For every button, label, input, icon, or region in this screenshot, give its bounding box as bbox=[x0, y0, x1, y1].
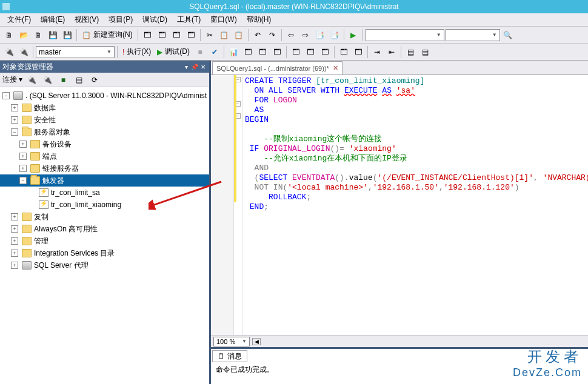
close-icon[interactable]: ✕ bbox=[199, 63, 207, 70]
expand-icon[interactable]: + bbox=[11, 262, 18, 269]
tb-icon-2[interactable]: 🗔 bbox=[155, 28, 169, 42]
sql3-icon[interactable]: 🗔 bbox=[256, 45, 269, 59]
sql4-icon[interactable]: 🗔 bbox=[270, 45, 284, 59]
debug-button[interactable]: ▶ 调试(D) bbox=[155, 47, 192, 57]
tree-triggers[interactable]: − 触发器 bbox=[0, 174, 209, 187]
expand-icon[interactable]: + bbox=[19, 153, 27, 160]
expand-icon[interactable]: + bbox=[11, 237, 18, 245]
tree-management[interactable]: + 管理 bbox=[0, 235, 209, 247]
app-icon bbox=[2, 3, 10, 10]
tree-root[interactable]: − . (SQL Server 11.0.3000 - WIN-RLNC832D… bbox=[0, 90, 209, 102]
parse-icon[interactable]: ✔ bbox=[208, 45, 221, 59]
tree-replication[interactable]: + 复制 bbox=[0, 211, 209, 223]
menu-edit[interactable]: 编辑(E) bbox=[36, 13, 70, 26]
folder-icon bbox=[22, 213, 32, 221]
nav-list2-icon[interactable]: 📑 bbox=[328, 28, 341, 42]
cut-icon[interactable]: ✂ bbox=[203, 28, 216, 42]
tree-endpoints[interactable]: + 端点 bbox=[0, 150, 209, 162]
redo-icon[interactable]: ↷ bbox=[266, 28, 279, 42]
menu-file[interactable]: 文件(F) bbox=[2, 13, 36, 26]
conn2-icon[interactable]: 🔌 bbox=[17, 45, 30, 59]
menu-debug[interactable]: 调试(D) bbox=[138, 13, 172, 26]
find-icon[interactable]: 🔍 bbox=[501, 28, 515, 42]
refresh-icon[interactable]: ⟳ bbox=[88, 73, 101, 87]
database-combo[interactable]: master ▼ bbox=[36, 46, 115, 58]
code-content[interactable]: CREATE TRIGGER [tr_con_limit_xiaoming] O… bbox=[242, 75, 588, 335]
title-bar: SQLQuery1.sql - (local).master (WIN-RLNC… bbox=[0, 0, 588, 13]
new-query-button[interactable]: 📋 新建查询(N) bbox=[79, 30, 135, 40]
tree-sql-agent[interactable]: + SQL Server 代理 bbox=[0, 259, 209, 271]
editor-tab[interactable]: SQLQuery1.sql - (...dministrator (69))* … bbox=[212, 61, 342, 74]
sql2-icon[interactable]: 🗔 bbox=[241, 45, 255, 59]
tree-alwayson[interactable]: + AlwaysOn 高可用性 bbox=[0, 223, 209, 235]
zoom-combo[interactable]: 100 % ▼ bbox=[213, 337, 250, 346]
stop-icon[interactable]: ■ bbox=[193, 45, 207, 59]
filter-icon[interactable]: ▤ bbox=[72, 73, 85, 87]
sql9-icon[interactable]: 🗔 bbox=[352, 45, 365, 59]
tree-trigger-2[interactable]: tr_con_limit_xiaoming bbox=[0, 199, 209, 211]
tree-linked-servers[interactable]: + 链接服务器 bbox=[0, 162, 209, 174]
tb-icon-3[interactable]: 🗔 bbox=[170, 28, 183, 42]
code-editor[interactable]: − − − CREATE TRIGGER [tr_con_limit_xiaom… bbox=[211, 75, 588, 335]
tree-trigger-1[interactable]: tr_con_limit_sa bbox=[0, 187, 209, 199]
sql6-icon[interactable]: 🗔 bbox=[304, 45, 317, 59]
save-all-icon[interactable]: 💾 bbox=[61, 28, 74, 42]
sql8-icon[interactable]: 🗔 bbox=[337, 45, 350, 59]
tree-security[interactable]: + 安全性 bbox=[0, 114, 209, 126]
pin-icon[interactable]: 📌 bbox=[191, 63, 198, 70]
uncomment-icon[interactable]: ▤ bbox=[418, 45, 432, 59]
indent-icon[interactable]: ⇥ bbox=[370, 45, 384, 59]
collapse-icon[interactable]: − bbox=[11, 128, 18, 136]
tree-is-catalog[interactable]: + Integration Services 目录 bbox=[0, 247, 209, 259]
object-explorer-tree[interactable]: − . (SQL Server 11.0.3000 - WIN-RLNC832D… bbox=[0, 87, 209, 384]
nav-list-icon[interactable]: 📑 bbox=[313, 28, 327, 42]
messages-tab[interactable]: 🗒 消息 bbox=[212, 350, 247, 362]
collapse-icon[interactable]: − bbox=[19, 177, 27, 184]
tree-databases[interactable]: + 数据库 bbox=[0, 102, 209, 114]
tree-backup-devices[interactable]: + 备份设备 bbox=[0, 138, 209, 150]
dropdown-icon[interactable]: ▾ bbox=[182, 63, 190, 70]
new-project-icon[interactable]: 🗎 bbox=[2, 28, 16, 42]
menu-project[interactable]: 项目(P) bbox=[104, 13, 138, 26]
play-icon[interactable]: ▶ bbox=[347, 28, 360, 42]
scroll-left-icon[interactable]: ◀ bbox=[252, 338, 261, 345]
menu-tools[interactable]: 工具(T) bbox=[172, 13, 205, 26]
estplan-icon[interactable]: 📊 bbox=[227, 45, 240, 59]
expand-icon[interactable]: + bbox=[11, 104, 18, 111]
stop2-icon[interactable]: ■ bbox=[56, 73, 70, 87]
nav-fwd-icon[interactable]: ⇨ bbox=[299, 28, 312, 42]
outdent-icon[interactable]: ⇤ bbox=[385, 45, 398, 59]
menu-view[interactable]: 视图(V) bbox=[70, 13, 104, 26]
tab-close-icon[interactable]: ✕ bbox=[333, 64, 338, 72]
expand-icon[interactable]: + bbox=[11, 250, 18, 257]
execute-button[interactable]: ! 执行(X) bbox=[120, 47, 153, 57]
sql7-icon[interactable]: 🗔 bbox=[318, 45, 332, 59]
config-combo[interactable]: ▼ bbox=[366, 29, 444, 41]
undo-icon[interactable]: ↶ bbox=[251, 28, 264, 42]
comment-icon[interactable]: ▤ bbox=[404, 45, 417, 59]
nav-back-icon[interactable]: ⇦ bbox=[284, 28, 298, 42]
tree-server-objects[interactable]: − 服务器对象 bbox=[0, 126, 209, 138]
menu-window[interactable]: 窗口(W) bbox=[205, 13, 241, 26]
config-combo-2[interactable]: ▼ bbox=[446, 29, 500, 41]
messages-tab-label: 消息 bbox=[227, 351, 242, 362]
expand-icon[interactable]: + bbox=[11, 225, 18, 233]
expand-icon[interactable]: + bbox=[11, 116, 18, 124]
expand-icon[interactable]: + bbox=[19, 141, 27, 148]
tb-icon-4[interactable]: 🗔 bbox=[184, 28, 198, 42]
menu-help[interactable]: 帮助(H) bbox=[242, 13, 276, 26]
change-conn-icon[interactable]: 🔌 bbox=[2, 45, 16, 59]
connect-icon[interactable]: 🔌 bbox=[25, 73, 38, 87]
add-file-icon[interactable]: 🗎 bbox=[32, 28, 45, 42]
disconnect-icon[interactable]: 🔌 bbox=[41, 73, 54, 87]
sql5-icon[interactable]: 🗔 bbox=[289, 45, 302, 59]
tb-icon-1[interactable]: 🗔 bbox=[141, 28, 154, 42]
save-icon[interactable]: 💾 bbox=[46, 28, 59, 42]
expand-icon[interactable]: + bbox=[11, 213, 18, 220]
copy-icon[interactable]: 📋 bbox=[218, 28, 231, 42]
connect-button[interactable]: 连接 ▾ bbox=[2, 74, 22, 85]
collapse-icon[interactable]: − bbox=[2, 92, 10, 99]
open-icon[interactable]: 📂 bbox=[17, 28, 30, 42]
paste-icon[interactable]: 📋 bbox=[232, 28, 246, 42]
expand-icon[interactable]: + bbox=[19, 165, 27, 172]
